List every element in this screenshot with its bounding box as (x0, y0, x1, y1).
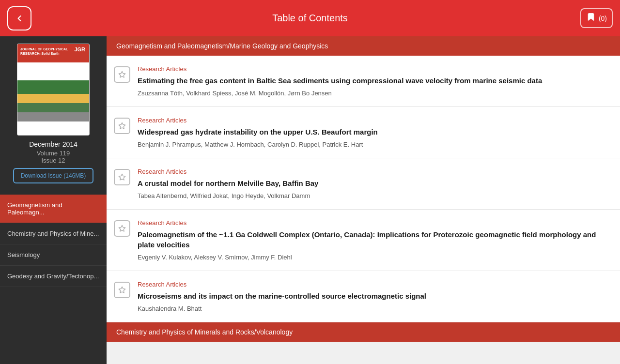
article-card: Research Articles Microseisms and its im… (107, 271, 620, 322)
bookmark-article-4-button[interactable] (114, 220, 130, 237)
back-button[interactable] (7, 6, 31, 30)
bookmark-article-2-button[interactable] (114, 118, 130, 134)
cover-issue: Issue 12 (41, 157, 65, 164)
app-header: Table of Contents (0) (0, 0, 620, 36)
article-2-body: Research Articles Widespread gas hydrate… (138, 117, 610, 148)
bookmark-article-5-button[interactable] (114, 282, 130, 298)
content-area: Geomagnetism and Paleomagnetism/Marine G… (107, 36, 620, 364)
article-5-authors: Kaushalendra M. Bhatt (138, 305, 610, 312)
article-1-authors: Zsuzsanna Tóth, Volkhard Spiess, José M.… (138, 90, 610, 97)
article-2-title[interactable]: Widespread gas hydrate instability on th… (138, 127, 610, 137)
cover-volume: Volume 119 (37, 150, 70, 157)
article-2-authors: Benjamin J. Phrampus, Matthew J. Hornbac… (138, 141, 610, 148)
svg-marker-1 (119, 122, 125, 129)
main-layout: December 2014 Volume 119 Issue 12 Downlo… (0, 36, 620, 364)
journal-cover: December 2014 Volume 119 Issue 12 Downlo… (0, 36, 107, 195)
svg-marker-4 (119, 287, 125, 293)
svg-marker-3 (119, 225, 125, 231)
article-5-body: Research Articles Microseisms and its im… (138, 281, 610, 312)
section-header-chemistry: Chemistry and Physics of Minerals and Ro… (107, 322, 620, 342)
cover-image (17, 44, 90, 136)
bookmark-article-1-button[interactable] (114, 66, 130, 83)
bookmark-article-3-button[interactable] (114, 169, 130, 185)
article-card: Research Articles Paleomagnetism of the … (107, 210, 620, 271)
download-issue-button[interactable]: Download Issue (146MB) (13, 168, 94, 183)
svg-marker-0 (119, 71, 125, 77)
article-3-authors: Tabea Altenbernd, Wilfried Jokat, Ingo H… (138, 192, 610, 199)
article-4-title[interactable]: Paleomagnetism of the ~1.1 Ga Coldwell C… (138, 229, 610, 250)
article-1-body: Research Articles Estimating the free ga… (138, 65, 610, 97)
sidebar-item-geodesy[interactable]: Geodesy and Gravity/Tectonop... (0, 266, 107, 287)
bookmark-icon (586, 12, 596, 24)
article-3-body: Research Articles A crustal model for no… (138, 168, 610, 199)
article-3-title[interactable]: A crustal model for northern Melville Ba… (138, 178, 610, 188)
article-5-type: Research Articles (138, 281, 610, 288)
article-5-title[interactable]: Microseisms and its impact on the marine… (138, 291, 610, 301)
bookmark-count: (0) (599, 15, 607, 22)
bookmarks-button[interactable]: (0) (580, 8, 613, 28)
sidebar-item-seismology[interactable]: Seismology (0, 244, 107, 266)
svg-marker-2 (119, 174, 125, 180)
article-4-type: Research Articles (138, 219, 610, 227)
article-1-type: Research Articles (138, 65, 610, 73)
cover-month: December 2014 (29, 140, 78, 148)
sidebar-item-chemistry[interactable]: Chemistry and Physics of Mine... (0, 223, 107, 244)
sidebar-item-geomagnetism[interactable]: Geomagnetism and Paleomagn... (0, 195, 107, 223)
article-card: Research Articles Widespread gas hydrate… (107, 107, 620, 158)
sidebar-navigation: Geomagnetism and Paleomagn... Chemistry … (0, 195, 107, 364)
article-4-body: Research Articles Paleomagnetism of the … (138, 219, 610, 261)
article-2-type: Research Articles (138, 117, 610, 124)
page-title: Table of Contents (272, 13, 348, 24)
article-card: Research Articles A crustal model for no… (107, 158, 620, 210)
article-1-title[interactable]: Estimating the free gas content in Balti… (138, 76, 610, 86)
article-card: Research Articles Estimating the free ga… (107, 56, 620, 107)
article-4-authors: Evgeniy V. Kulakov, Aleksey V. Smirnov, … (138, 254, 610, 261)
section-header-geomagnetism: Geomagnetism and Paleomagnetism/Marine G… (107, 36, 620, 56)
article-3-type: Research Articles (138, 168, 610, 175)
sidebar: December 2014 Volume 119 Issue 12 Downlo… (0, 36, 107, 364)
